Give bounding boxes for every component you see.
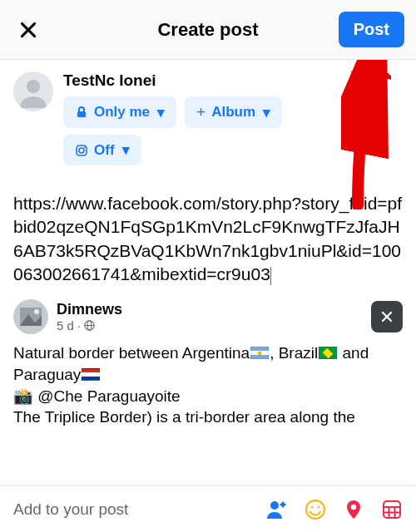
svg-point-11 (34, 309, 39, 314)
attachment-subline: 5 d · (57, 318, 122, 332)
attachment-page-name[interactable]: Dimnews (57, 301, 122, 318)
svg-rect-4 (77, 111, 86, 117)
tag-people-button[interactable] (266, 499, 288, 520)
header-title: Create post (157, 19, 258, 41)
dot-separator: · (77, 318, 81, 332)
add-to-post-bar: Add to your post (0, 485, 416, 532)
attachment-text-credit: 📸 @Che Paraguayoite (13, 387, 181, 405)
more-options-button[interactable] (381, 499, 403, 520)
link-attachment: Dimnews 5 d · Natural border between Arg… (0, 299, 416, 428)
flag-paraguay-icon (82, 368, 100, 381)
text-cursor (270, 267, 272, 285)
instagram-icon (75, 144, 88, 157)
add-to-post-label[interactable]: Add to your post (13, 500, 266, 519)
privacy-chip-label: Only me (94, 104, 150, 121)
caret-icon: ▾ (122, 141, 130, 159)
page-avatar-icon (13, 299, 48, 334)
post-button[interactable]: Post (339, 12, 404, 47)
author-row: TestNc Ionei Only me ▾ + Album ▾ Off ▾ (13, 71, 403, 165)
chips-row-2: Off ▾ (63, 135, 282, 165)
svg-point-23 (318, 505, 320, 508)
flag-brazil-icon (319, 347, 337, 359)
instagram-chip[interactable]: Off ▾ (63, 135, 141, 165)
album-chip[interactable]: + Album ▾ (185, 96, 282, 128)
close-icon (17, 19, 39, 41)
person-plus-icon (266, 499, 288, 520)
remove-attachment-button[interactable] (371, 301, 403, 332)
plus-icon: + (196, 103, 206, 121)
svg-rect-25 (384, 501, 400, 518)
close-button[interactable] (12, 13, 45, 47)
globe-icon (84, 320, 95, 331)
caret-icon: ▾ (157, 104, 165, 121)
post-text-content: https://www.facebook.com/story.php?story… (13, 194, 402, 283)
privacy-chip[interactable]: Only me ▾ (63, 96, 176, 128)
attachment-text-1: Natural border between Argentina (13, 344, 250, 362)
attachment-text-2: , Brazil (270, 344, 318, 362)
flag-argentina-icon (250, 347, 269, 359)
post-text-input[interactable]: https://www.facebook.com/story.php?story… (0, 192, 416, 286)
caret-icon: ▾ (263, 104, 270, 121)
attachment-body: Natural border between Argentina, Brazil… (13, 342, 403, 428)
chips-row-1: Only me ▾ + Album ▾ (63, 96, 282, 128)
svg-point-3 (27, 80, 40, 93)
svg-point-22 (311, 505, 314, 508)
location-button[interactable] (343, 499, 364, 520)
composer-meta: TestNc Ionei Only me ▾ + Album ▾ Off ▾ (0, 60, 416, 172)
feeling-button[interactable] (305, 499, 326, 520)
instagram-chip-label: Off (94, 142, 115, 159)
lock-icon (75, 106, 88, 119)
attachment-page-avatar[interactable] (13, 299, 48, 334)
close-icon (379, 308, 395, 325)
author-avatar[interactable] (13, 71, 53, 111)
svg-point-21 (306, 500, 324, 519)
grid-icon (381, 499, 403, 520)
svg-point-7 (84, 146, 86, 148)
svg-point-6 (79, 148, 84, 153)
attachment-header: Dimnews 5 d · (13, 299, 403, 334)
album-chip-label: Album (211, 104, 255, 121)
footer-icons (266, 499, 403, 520)
svg-rect-20 (280, 504, 286, 505)
attachment-text-4: The Triplice Border) is a tri-border are… (13, 408, 355, 426)
location-pin-icon (343, 499, 364, 520)
svg-point-17 (270, 501, 279, 510)
avatar-placeholder-icon (13, 71, 53, 111)
smiley-icon (305, 499, 326, 520)
author-name: TestNc Ionei (63, 71, 282, 90)
header-bar: Create post Post (0, 0, 416, 60)
attachment-meta: Dimnews 5 d · (57, 301, 122, 332)
svg-point-24 (351, 504, 356, 509)
author-meta: TestNc Ionei Only me ▾ + Album ▾ Off ▾ (63, 71, 282, 165)
attachment-age: 5 d (57, 318, 74, 332)
